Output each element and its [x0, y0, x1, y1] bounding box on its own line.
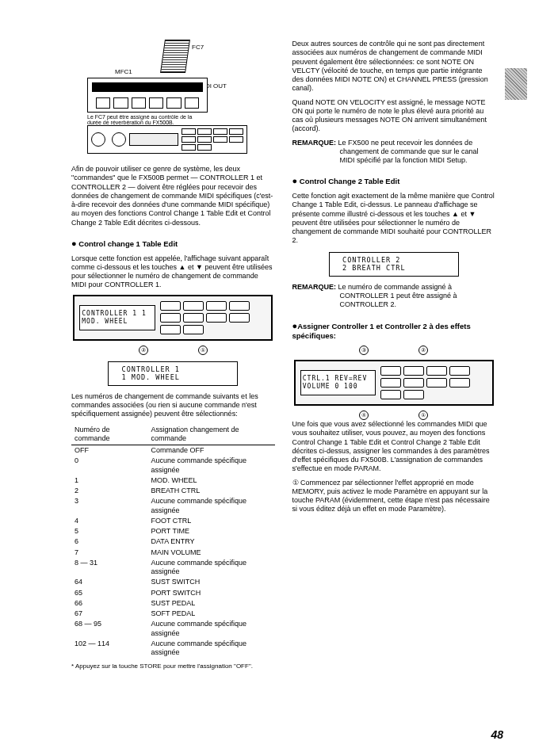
cell-number: 3	[71, 496, 147, 516]
cell-number: 6	[71, 536, 147, 547]
label-fc7: FC7	[192, 44, 204, 52]
tab-marker	[505, 68, 527, 100]
panel-lcd: CONTROLLER 1 1 MOD. WHEEL	[79, 305, 155, 330]
right-p1b: Quand NOTE ON VELOCITY est assigné, le m…	[292, 98, 496, 134]
page-number: 48	[491, 728, 503, 743]
remark-2-label: REMARQUE:	[292, 283, 337, 291]
cell-assignment: PORT SWITCH	[147, 588, 274, 598]
cell-assignment: Aucune commande spécifique assignée	[147, 558, 274, 578]
cell-assignment: MAIN VOLUME	[147, 548, 274, 558]
callout-3: ③	[359, 346, 369, 355]
table-row: 3Aucune commande spécifique assignée	[71, 496, 275, 516]
callout-1: ①	[198, 346, 208, 355]
fx500b-device-icon	[87, 125, 247, 154]
callout-numbers: ② ①	[71, 346, 275, 355]
callout-top-row: ③ ②	[292, 346, 496, 355]
label-mfc1: MFC1	[115, 68, 132, 76]
command-table: Numéro de commande Assignation changemen…	[71, 424, 275, 659]
cell-assignment: Commande OFF	[147, 445, 274, 456]
cell-assignment: Aucune commande spécifique assignée	[147, 496, 274, 516]
callout-4: ④	[359, 410, 369, 420]
table-row: 0Aucune commande spécifique assignée	[71, 456, 275, 475]
remark-2-text: Le numéro de commande assigné à CONTROLL…	[338, 283, 457, 309]
cell-number: 67	[71, 609, 147, 619]
table-intro: Les numéros de changement de commande su…	[71, 392, 275, 419]
cell-number: 5	[71, 526, 147, 536]
manual-page: FC7 MFC1 MIDI OUT Le FC7 peut être assig…	[0, 0, 535, 756]
th-assignment: Assignation changement de commande	[147, 424, 274, 445]
table-row: 66SUST PEDAL	[71, 598, 275, 609]
cell-assignment: Aucune commande spécifique assignée	[147, 456, 274, 475]
lcd-readout-cc2: CONTROLLER 2 2 BREATH CTRL	[329, 252, 459, 277]
device-panel-assign: CTRL.1 REV=REV VOLUME 0 100	[294, 360, 494, 406]
callout-1b: ①	[418, 410, 428, 420]
cell-assignment: BREATH CTRL	[147, 486, 274, 496]
callout-bottom-row: ④ ①	[292, 410, 496, 420]
cell-number: 1	[71, 475, 147, 486]
table-row: 4FOOT CTRL	[71, 516, 275, 526]
th-number: Numéro de commande	[71, 424, 147, 445]
cell-number: 2	[71, 486, 147, 496]
fc7-pedal-icon	[160, 40, 190, 73]
cell-number: 0	[71, 456, 147, 475]
heading-assign: ●Assigner Controller 1 et Controller 2 à…	[292, 321, 496, 342]
table-row: 6DATA ENTRY	[71, 536, 275, 547]
table-row: 2BREATH CTRL	[71, 486, 275, 496]
cell-assignment: Aucune commande spécifique assignée	[147, 639, 274, 659]
table-row: 67SOFT PEDAL	[71, 609, 275, 619]
panel-button-grid-assign	[380, 366, 487, 399]
lcd-readout-cc1: CONTROLLER 1 1 MOD. WHEEL	[108, 361, 238, 386]
heading-cc2-text: Control Change 2 Table Edit	[300, 177, 400, 185]
table-row: 8 — 31Aucune commande spécifique assigné…	[71, 558, 275, 578]
connection-diagram: FC7 MFC1 MIDI OUT Le FC7 peut être assig…	[71, 40, 275, 158]
step-1: ① Commencez par sélectionner l'effet app…	[292, 479, 496, 514]
mfc1-device-icon	[87, 78, 208, 113]
cell-assignment: DATA ENTRY	[147, 536, 274, 547]
cell-assignment: FOOT CTRL	[147, 516, 274, 526]
cell-number: 66	[71, 598, 147, 609]
heading-cc1-text: Control change 1 Table Edit	[78, 239, 178, 248]
table-row: 102 — 114Aucune commande spécifique assi…	[71, 639, 275, 659]
table-row: 5PORT TIME	[71, 526, 275, 536]
step-1-number: ①	[292, 479, 299, 487]
cell-assignment: Aucune commande spécifique assignée	[147, 619, 274, 639]
cell-number: 65	[71, 588, 147, 598]
left-column: FC7 MFC1 MIDI OUT Le FC7 peut être assig…	[71, 40, 275, 675]
panel-button-grid	[160, 301, 266, 334]
cell-number: 7	[71, 548, 147, 558]
heading-cc1: ● Control change 1 Table Edit	[71, 239, 275, 250]
cell-number: 102 — 114	[71, 639, 147, 659]
callout-2: ②	[139, 346, 148, 355]
command-table-body: OFFCommande OFF0Aucune commande spécifiq…	[71, 445, 275, 659]
table-row: 68 — 95Aucune commande spécifique assign…	[71, 619, 275, 639]
remark-1-text: Le FX500 ne peut recevoir les données de…	[338, 139, 479, 165]
cell-number: 68 — 95	[71, 619, 147, 639]
heading-assign-text: Assigner Controller 1 et Controller 2 à …	[292, 322, 471, 341]
callout-2b: ②	[418, 346, 428, 355]
intro-paragraph: Afin de pouvoir utiliser ce genre de sys…	[71, 165, 275, 227]
table-row: 1MOD. WHEEL	[71, 475, 275, 486]
table-row: 65PORT SWITCH	[71, 588, 275, 598]
cell-number: 8 — 31	[71, 558, 147, 578]
bottom-paragraph: Une fois que vous avez sélectionné les c…	[292, 420, 496, 474]
cell-assignment: SOFT PEDAL	[147, 609, 274, 619]
cell-assignment: SUST SWITCH	[147, 577, 274, 587]
diagram-caption: Le FC7 peut être assigné au contrôle de …	[87, 114, 206, 126]
cc1-paragraph: Lorsque cette fonction est appelée, l'af…	[71, 254, 275, 290]
two-column-layout: FC7 MFC1 MIDI OUT Le FC7 peut être assig…	[71, 40, 495, 675]
right-p1: Deux autres sources de contrôle qui ne s…	[292, 40, 496, 94]
table-row: 64SUST SWITCH	[71, 577, 275, 587]
remark-1: REMARQUE: Le FX500 ne peut recevoir les …	[340, 139, 496, 166]
table-row: OFFCommande OFF	[71, 445, 275, 456]
panel-lcd-assign: CTRL.1 REV=REV VOLUME 0 100	[300, 370, 376, 395]
cc2-paragraph: Cette fonction agit exactement de la mêm…	[292, 192, 496, 246]
heading-cc2: ● Control Change 2 Table Edit	[292, 176, 496, 187]
step-1-text: Commencez par sélectionner l'effet appro…	[292, 479, 490, 514]
cell-number: 64	[71, 577, 147, 587]
table-footnote: * Appuyez sur la touche STORE pour mettr…	[71, 662, 275, 670]
cell-number: OFF	[71, 445, 147, 456]
remark-1-label: REMARQUE:	[292, 139, 337, 147]
cell-number: 4	[71, 516, 147, 526]
cell-assignment: PORT TIME	[147, 526, 274, 536]
cell-assignment: MOD. WHEEL	[147, 475, 274, 486]
